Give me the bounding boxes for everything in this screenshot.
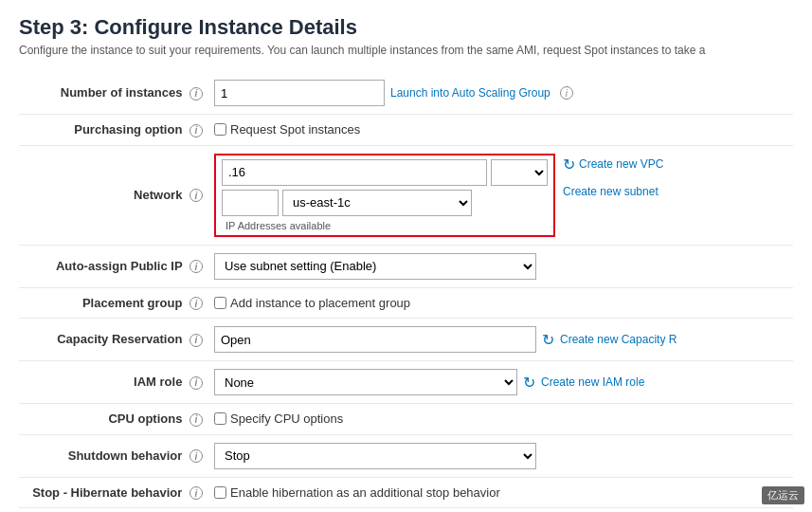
row-auto-assign: Auto-assign Public IP i Use subnet setti…: [19, 245, 793, 287]
create-vpc-link[interactable]: Create new VPC: [579, 157, 663, 171]
num-instances-info-icon[interactable]: i: [189, 87, 203, 101]
create-subnet-link[interactable]: Create new subnet: [563, 185, 659, 198]
purchasing-control: Request Spot instances: [214, 122, 787, 137]
cpu-checkbox[interactable]: [214, 412, 226, 425]
iam-control: None ↻ Create new IAM role: [214, 369, 787, 395]
watermark: 亿运云: [762, 486, 804, 504]
network-links: ↻ Create new VPC Create new subnet: [563, 154, 663, 198]
row-hibernate: Stop - Hibernate behavior i Enable hiber…: [19, 477, 793, 508]
row-network: Network i us-east: [19, 145, 793, 245]
capacity-label: Capacity Reservation i: [19, 319, 208, 361]
row-shutdown: Shutdown behavior i Stop Terminate: [19, 434, 793, 477]
page-wrapper: Step 3: Configure Instance Details Confi…: [0, 0, 812, 512]
num-instances-label: Number of instances i: [19, 72, 208, 115]
placement-label: Placement group i: [19, 287, 208, 319]
create-iam-link[interactable]: Create new IAM role: [541, 375, 644, 389]
capacity-info-icon[interactable]: i: [189, 334, 203, 347]
launch-asg-info-icon[interactable]: i: [560, 86, 573, 100]
cpu-checkbox-label: Specify CPU options: [214, 411, 343, 426]
hibernate-label: Stop - Hibernate behavior i: [19, 477, 208, 508]
shutdown-label: Shutdown behavior i: [19, 434, 208, 477]
row-capacity: Capacity Reservation i ↻ Create new Capa…: [19, 319, 793, 361]
network-label: Network i: [19, 145, 208, 245]
row-cpu: CPU options i Specify CPU options: [19, 404, 793, 435]
subnet-link-row: Create new subnet: [563, 185, 659, 198]
shutdown-select[interactable]: Stop Terminate: [214, 443, 536, 469]
auto-assign-info-icon[interactable]: i: [189, 260, 203, 273]
capacity-control: ↻ Create new Capacity R: [214, 326, 787, 353]
page-title: Step 3: Configure Instance Details: [19, 15, 793, 40]
subnet-select[interactable]: us-east-1c: [282, 190, 472, 216]
network-fields-box: us-east-1c IP Addresses available: [214, 154, 555, 237]
network-input[interactable]: [222, 159, 487, 186]
network-info-icon[interactable]: i: [189, 189, 203, 202]
spot-instances-checkbox[interactable]: [214, 123, 226, 136]
subnet-prefix-input[interactable]: [222, 190, 279, 216]
ip-note: IP Addresses available: [226, 220, 548, 231]
capacity-refresh-icon[interactable]: ↻: [542, 331, 554, 349]
auto-assign-select[interactable]: Use subnet setting (Enable): [214, 253, 536, 280]
placement-checkbox[interactable]: [214, 297, 226, 309]
shutdown-control: Stop Terminate: [214, 443, 787, 469]
hibernate-checkbox[interactable]: [214, 486, 226, 499]
placement-control: Add instance to placement group: [214, 296, 787, 310]
network-outer: us-east-1c IP Addresses available ↻ Crea…: [214, 154, 787, 237]
create-capacity-link[interactable]: Create new Capacity R: [560, 333, 677, 346]
network-select[interactable]: [491, 159, 548, 186]
hibernate-info-icon[interactable]: i: [189, 486, 203, 500]
network-refresh-icon[interactable]: ↻: [563, 155, 575, 174]
hibernate-control: Enable hibernation as an additional stop…: [214, 485, 787, 500]
page-subtitle: Configure the instance to suit your requ…: [19, 44, 793, 57]
auto-assign-label: Auto-assign Public IP i: [19, 245, 208, 287]
row-num-instances: Number of instances i Launch into Auto S…: [19, 72, 793, 115]
shutdown-info-icon[interactable]: i: [189, 449, 203, 463]
launch-asg-link[interactable]: Launch into Auto Scaling Group: [390, 86, 550, 100]
purchasing-label: Purchasing option i: [19, 115, 208, 146]
row-purchasing: Purchasing option i Request Spot instanc…: [19, 115, 793, 146]
subnet-row: us-east-1c: [222, 190, 548, 216]
vpc-link-row: ↻ Create new VPC: [563, 155, 663, 174]
cpu-control: Specify CPU options: [214, 411, 787, 426]
placement-checkbox-label: Add instance to placement group: [214, 296, 410, 310]
iam-select[interactable]: None: [214, 369, 517, 395]
num-instances-control: Launch into Auto Scaling Group i: [214, 80, 787, 106]
capacity-input[interactable]: [214, 326, 536, 353]
cpu-label: CPU options i: [19, 404, 208, 435]
network-input-row: [222, 159, 548, 186]
spot-instances-label: Request Spot instances: [214, 122, 360, 137]
row-placement: Placement group i Add instance to placem…: [19, 287, 793, 319]
config-form: Number of instances i Launch into Auto S…: [19, 72, 793, 508]
iam-label: IAM role i: [19, 361, 208, 404]
row-iam: IAM role i None ↻ Create new IAM role: [19, 361, 793, 404]
iam-refresh-icon[interactable]: ↻: [523, 374, 535, 392]
placement-info-icon[interactable]: i: [189, 297, 203, 310]
hibernate-checkbox-label: Enable hibernation as an additional stop…: [214, 485, 500, 500]
iam-info-icon[interactable]: i: [189, 376, 203, 390]
auto-assign-control: Use subnet setting (Enable): [214, 253, 787, 280]
purchasing-info-icon[interactable]: i: [189, 124, 203, 137]
cpu-info-icon[interactable]: i: [189, 413, 203, 427]
num-instances-input[interactable]: [214, 80, 385, 106]
